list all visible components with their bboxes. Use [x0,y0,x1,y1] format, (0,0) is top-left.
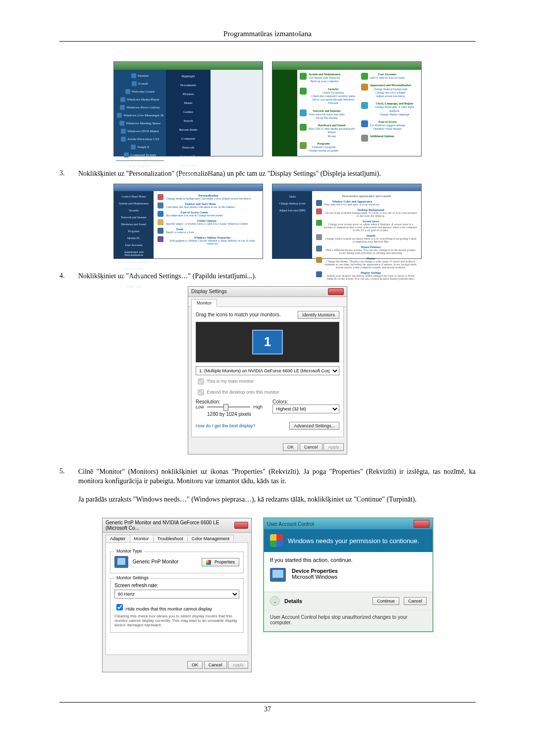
continue-button[interactable]: Continue [373,597,399,605]
start-menu-item[interactable]: Command Prompt [116,151,164,159]
side-link[interactable]: Change desktop icons [274,200,310,207]
start-menu-item[interactable]: Welcome Center [116,88,164,96]
personalization-item[interactable]: Display SettingsAdjust your monitor reso… [316,271,417,280]
start-menu-right-item[interactable]: Search [168,116,209,125]
tab-color-management[interactable]: Color Management [187,535,234,542]
side-link[interactable]: Hardware and Sound [116,221,152,228]
colors-select[interactable]: Highest (32 bit) [272,404,339,413]
control-panel-category[interactable]: Hardware and SoundPlay CDs or other medi… [300,124,358,138]
start-menu-right-item[interactable]: Documents [168,81,209,90]
appearance-item[interactable]: PersonalizationChange desktop background… [158,194,259,200]
control-panel-category[interactable]: Clock, Language, and RegionChange keyboa… [361,102,420,116]
side-link[interactable]: Security [116,207,152,214]
monitor-1-icon[interactable]: 1 [252,330,283,354]
control-panel-category[interactable]: ProgramsUninstall a programChange startu… [300,142,358,153]
control-panel-category[interactable]: User AccountsAdd or remove user accounts [361,73,420,80]
personalization-item[interactable]: ThemeChange the theme. Themes can change… [316,257,417,269]
tab-adapter[interactable]: Adapter [106,535,130,542]
apply-button[interactable]: Apply [228,661,248,669]
personalization-item[interactable]: Mouse PointersPick a different mouse poi… [316,246,417,254]
side-link[interactable]: Appearance and Personalization [116,249,152,258]
identify-monitors-button[interactable]: Identify Monitors [298,311,339,319]
appearance-item[interactable]: Windows Sidebar PropertiesAdd gadgets to… [158,236,259,245]
start-menu-right-item[interactable]: Control Panel [168,161,209,170]
start-menu-item[interactable]: Windows Photo Gallery [116,103,164,111]
cancel-button[interactable]: Cancel [404,597,427,605]
control-panel-category[interactable]: Ease of AccessLet Windows suggest settin… [361,120,420,131]
control-panel-category[interactable]: Appearance and PersonalizationChange des… [361,84,420,98]
personalization-side: TasksChange desktop iconsAdjust font siz… [272,191,312,258]
appearance-item[interactable]: Folder OptionsSpecify single- or double-… [158,219,259,225]
control-panel-category[interactable]: Network and InternetView network status … [300,109,358,120]
appearance-item[interactable]: Taskbar and Start MenuCustomize the Star… [158,202,259,208]
tab-monitor[interactable]: Monitor [130,535,154,542]
start-menu-right-item[interactable]: Pictures [168,90,209,99]
appearance-item[interactable]: Ease of Access CenterAccommodate low vis… [158,211,259,217]
start-menu-right-item[interactable]: Connect To [168,152,209,161]
start-menu-right-item[interactable]: Highlight [168,72,209,81]
start-menu-item[interactable]: Windows Meeting Space [116,119,164,127]
ok-button[interactable]: OK [187,661,203,669]
close-icon[interactable] [234,522,248,529]
control-panel-side [272,70,297,156]
cancel-button[interactable]: Cancel [300,443,322,451]
advanced-settings-button[interactable]: Advanced Settings... [289,422,339,430]
details-toggle[interactable]: Details [284,598,302,604]
appearance-main: PersonalizationChange desktop background… [154,191,263,258]
uac-device-publisher: Microsoft Windows [292,574,338,580]
tab-troubleshoot[interactable]: Troubleshoot [153,535,188,542]
monitor-select[interactable]: 1. (Multiple Monitors) on NVIDIA GeForce… [196,366,339,375]
side-link[interactable]: Network and Internet [116,214,152,221]
hide-modes-checkbox[interactable]: Hide modes that this monitor cannot disp… [114,603,239,612]
start-menu-right-item[interactable]: Music [168,99,209,107]
tab-monitor[interactable]: Monitor [191,299,217,307]
start-menu-item[interactable]: SnagIt 8 [116,143,164,151]
start-menu-right-item[interactable]: Default Programs [168,170,209,179]
start-menu-item[interactable]: E-mail [116,80,164,88]
appearance-item[interactable]: FontsInstall or remove a font [158,228,259,234]
monitor-arrangement[interactable]: 1 [196,322,339,362]
apply-button[interactable]: Apply [323,443,344,451]
start-menu-item[interactable]: Adobe Photoshop CS3 [116,135,164,143]
start-menu-item[interactable]: Windows Media Player [116,96,164,103]
start-menu-item[interactable]: Windows DVD Maker [116,127,164,135]
start-menu-right-item[interactable]: Games [168,107,209,116]
refresh-rate-select[interactable]: 60 Hertz [114,590,239,599]
cancel-button[interactable]: Cancel [204,661,227,669]
side-link[interactable]: System and Maintenance [116,200,152,207]
side-link[interactable]: Mobile PC [116,235,152,242]
side-link[interactable]: Additional Options [116,272,152,279]
side-link[interactable]: Adjust font size (DPI) [274,207,310,214]
personalization-item[interactable]: Desktop BackgroundChoose from available … [316,208,417,217]
help-link[interactable]: How do I get the best display? [196,423,256,428]
start-menu-item[interactable]: Internet [116,72,164,80]
all-programs[interactable]: ▸ All Programs [116,162,164,169]
personalization-item[interactable]: Screen SaverChange your screen saver or … [316,220,417,232]
start-menu-item[interactable]: Windows Live Messenger Download [116,111,164,119]
start-menu-right-item[interactable]: Computer [168,134,209,143]
step-5: 5. Cilnē "Monitor" (Monitors) noklikšķin… [59,467,476,513]
figure-2: Control Panel HomeSystem and Maintenance… [59,184,476,259]
resolution-slider[interactable]: Low High [196,404,263,409]
personalization-item[interactable]: SoundsChange which sounds are heard when… [316,234,417,243]
close-icon[interactable] [328,288,344,295]
start-menu-right-item[interactable]: Network [168,143,209,152]
control-panel-category[interactable]: SecurityCheck for updatesCheck this comp… [300,88,358,105]
side-link[interactable]: Control Panel Home [116,193,152,200]
close-icon[interactable] [414,520,429,528]
side-link[interactable]: Ease of Access [116,265,152,272]
chevron-down-icon[interactable]: ⌄ [270,596,280,606]
figure-4: Generic PnP Monitor and NVIDIA GeForce 6… [59,518,476,672]
personalization-item[interactable]: Window Color and AppearanceFine tune the… [316,200,417,206]
side-link[interactable]: Tasks [274,193,310,200]
control-panel-category[interactable]: System and MaintenanceGet started with W… [300,73,358,84]
side-link[interactable]: Programs [116,228,152,235]
control-panel-category[interactable]: Additional Options [361,135,420,142]
side-link[interactable] [116,279,152,283]
side-link[interactable]: Classic View [116,283,152,290]
side-link[interactable]: User Accounts [116,242,152,249]
start-menu-right-item[interactable]: Recent Items [168,125,209,134]
properties-button[interactable]: Properties [202,558,239,566]
ok-button[interactable]: OK [283,443,298,451]
side-link[interactable]: Clock, Language, and Region [116,258,152,265]
